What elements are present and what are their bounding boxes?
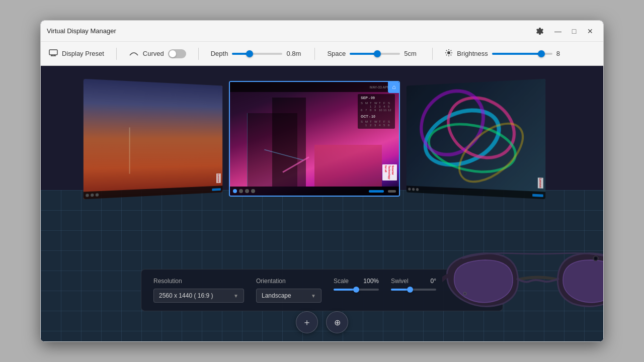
left-display-content: Lenovo xyxy=(84,78,222,199)
ar-glasses xyxy=(442,231,603,341)
svg-point-17 xyxy=(463,292,466,295)
swivel-header: Swivel 0° xyxy=(391,278,436,285)
resolution-select[interactable]: 2560 x 1440 ( 16:9 ) ▼ xyxy=(153,289,244,303)
svg-point-12 xyxy=(426,118,519,179)
toolbar: Display Preset Curved Depth 0.8m xyxy=(41,42,603,66)
space-thumb xyxy=(374,50,381,57)
scale-value: 100% xyxy=(363,278,379,285)
scale-group: Scale 100% xyxy=(334,278,379,291)
orientation-group: Orientation Landscape ▼ xyxy=(256,278,321,303)
lenovo-side-label-right: Lenovo xyxy=(538,177,543,188)
space-label: Space xyxy=(327,50,346,57)
calendar-panel: SEP - 09 SMTWTFS 12345 6789101112 OCT - … xyxy=(358,94,395,129)
settings-button[interactable] xyxy=(533,24,547,38)
swivel-value: 0° xyxy=(431,278,436,285)
brightness-slider[interactable] xyxy=(492,53,552,55)
svg-point-16 xyxy=(595,257,597,260)
center-display-content: MAY-03 APR-04 SEP - 09 SMTWTFS 12345 678… xyxy=(230,82,399,196)
taskbar-dot-4 xyxy=(251,189,255,193)
curved-icon xyxy=(129,49,139,58)
scale-slider[interactable] xyxy=(334,289,379,291)
curved-section: Curved xyxy=(129,49,186,58)
taskbar-indicator xyxy=(369,190,384,193)
displays-container: Lenovo ⌂ xyxy=(86,81,558,197)
left-display[interactable]: Lenovo xyxy=(84,78,222,199)
target-button[interactable]: ⊕ xyxy=(326,311,348,333)
taskbar-dot-2 xyxy=(239,189,243,193)
calendar-month1: SEP - 09 xyxy=(361,96,392,100)
center-display[interactable]: ⌂ MAY-03 AP xyxy=(229,81,400,197)
ar-glasses-svg xyxy=(442,231,603,341)
close-button[interactable]: ✕ xyxy=(583,24,597,38)
window-controls: — □ ✕ xyxy=(551,24,597,38)
display-preset-label: Display Preset xyxy=(62,50,104,57)
svg-line-6 xyxy=(446,50,447,50)
action-buttons: ＋ ⊕ xyxy=(296,311,348,333)
taskbar-indicator-2 xyxy=(388,190,396,193)
lenovo-side-label-left: Lenovo xyxy=(216,173,221,183)
divider-4 xyxy=(432,48,433,60)
space-value: 5cm xyxy=(404,50,420,57)
resolution-group: Resolution 2560 x 1440 ( 16:9 ) ▼ xyxy=(153,278,244,303)
brightness-value: 8 xyxy=(556,50,573,57)
display-preset-icon xyxy=(49,49,58,58)
space-slider[interactable] xyxy=(350,53,400,55)
right-display[interactable]: Lenovo xyxy=(407,78,545,199)
scale-header: Scale 100% xyxy=(334,278,379,285)
depth-slider[interactable] xyxy=(232,53,282,55)
svg-point-1 xyxy=(447,51,450,54)
divider-3 xyxy=(314,48,315,60)
orientation-select[interactable]: Landscape ▼ xyxy=(256,289,321,303)
main-content: Lenovo ⌂ xyxy=(41,66,603,341)
taskbar-dot-1 xyxy=(233,189,237,193)
taskbar-dot-3 xyxy=(245,189,249,193)
scale-label: Scale xyxy=(334,278,349,285)
window-title: Virtual Display Manager xyxy=(47,27,533,35)
orientation-value: Landscape xyxy=(262,292,291,299)
brightness-fill xyxy=(492,53,541,55)
svg-rect-0 xyxy=(49,50,57,55)
svg-line-9 xyxy=(446,54,447,55)
swivel-label: Swivel xyxy=(391,278,409,285)
brightness-icon xyxy=(445,49,453,59)
orientation-arrow: ▼ xyxy=(311,293,316,299)
brightness-label: Brightness xyxy=(457,50,488,57)
svg-line-8 xyxy=(451,50,451,50)
swivel-thumb xyxy=(407,287,413,293)
brightness-thumb xyxy=(538,50,545,57)
space-fill xyxy=(350,53,377,55)
swivel-slider[interactable] xyxy=(391,289,436,291)
depth-value: 0.8m xyxy=(286,50,302,57)
curved-label: Curved xyxy=(143,50,164,57)
target-icon: ⊕ xyxy=(334,318,341,327)
rings-svg xyxy=(407,78,545,199)
resolution-value: 2560 x 1440 ( 16:9 ) xyxy=(159,292,213,299)
title-bar: Virtual Display Manager — □ ✕ xyxy=(41,21,603,42)
depth-label: Depth xyxy=(211,50,228,57)
divider-1 xyxy=(116,48,117,60)
depth-thumb xyxy=(246,50,253,57)
right-display-content: Lenovo xyxy=(407,78,545,199)
resolution-label: Resolution xyxy=(153,278,244,285)
center-display-topbar: MAY-03 APR-04 xyxy=(230,82,399,92)
curved-toggle[interactable] xyxy=(168,49,186,58)
lenovo-logo: Smarter Technology for all xyxy=(382,164,397,180)
add-display-button[interactable]: ＋ xyxy=(296,311,318,333)
minimize-button[interactable]: — xyxy=(551,24,565,38)
divider-2 xyxy=(198,48,199,60)
svg-line-7 xyxy=(451,54,451,55)
center-display-taskbar xyxy=(230,187,399,196)
main-window: Virtual Display Manager — □ ✕ Display Pr… xyxy=(40,20,604,342)
home-button[interactable]: ⌂ xyxy=(388,81,400,93)
scale-thumb xyxy=(353,287,359,293)
brightness-slider-group: Brightness 8 xyxy=(445,49,572,59)
maximize-button[interactable]: □ xyxy=(567,24,581,38)
curved-toggle-knob xyxy=(169,50,176,57)
svg-point-10 xyxy=(419,100,507,173)
resolution-arrow: ▼ xyxy=(233,293,238,299)
calendar-month2: OCT - 10 xyxy=(361,115,392,118)
home-icon: ⌂ xyxy=(392,83,395,90)
space-slider-group: Space 5cm xyxy=(327,50,420,57)
orientation-label: Orientation xyxy=(256,278,321,285)
add-icon: ＋ xyxy=(302,316,311,328)
